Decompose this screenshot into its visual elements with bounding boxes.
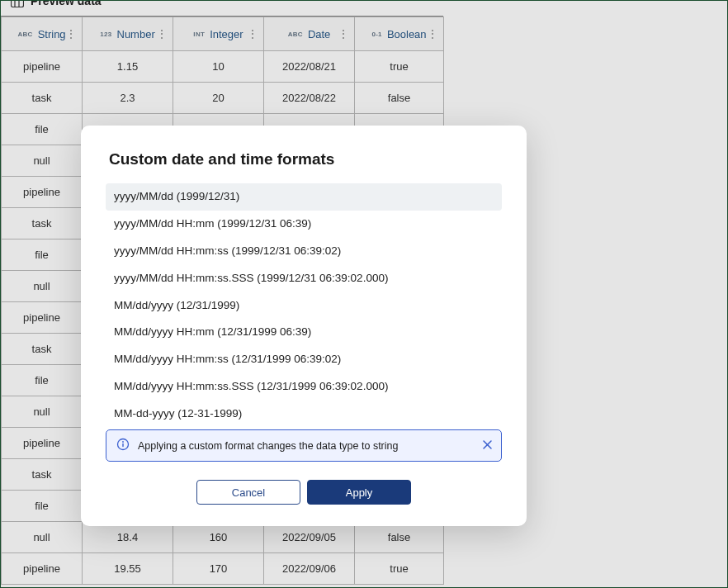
info-banner: Applying a custom format changes the dat… <box>106 429 502 462</box>
column-menu-icon[interactable]: ⋮ <box>156 28 168 40</box>
info-text: Applying a custom format changes the dat… <box>138 440 398 452</box>
table-cell: 20 <box>173 83 264 114</box>
table-cell: pipeline <box>2 51 83 83</box>
format-option[interactable]: yyyy/MM/dd (1999/12/31) <box>106 183 502 211</box>
format-option[interactable]: MM/dd/yyyy HH:mm (12/31/1999 06:39) <box>106 319 502 346</box>
col-label: String <box>38 28 66 40</box>
table-cell: 2022/08/21 <box>264 51 355 83</box>
col-label: Boolean <box>387 28 427 40</box>
col-label: Date <box>308 28 330 40</box>
table-cell: 1.15 <box>83 51 173 83</box>
preview-icon <box>11 0 24 10</box>
table-cell: false <box>355 522 444 553</box>
modal-actions: Cancel Apply <box>106 480 502 505</box>
table-cell: pipeline <box>2 302 83 334</box>
col-header-string[interactable]: ABC String ⋮ <box>2 17 83 51</box>
table-cell: 18.4 <box>83 522 173 553</box>
table-row: null18.41602022/09/05false <box>2 522 444 553</box>
table-cell: 2.3 <box>83 83 173 114</box>
column-menu-icon[interactable]: ⋮ <box>65 28 77 40</box>
column-menu-icon[interactable]: ⋮ <box>247 28 258 40</box>
table-cell: null <box>2 522 83 553</box>
col-label: Number <box>117 28 155 40</box>
table-cell: file <box>2 239 83 271</box>
type-badge: 123 <box>100 31 111 38</box>
page-title: Preview data <box>31 0 102 7</box>
close-icon[interactable] <box>482 439 493 453</box>
table-row: pipeline1.15102022/08/21true <box>2 51 444 83</box>
table-row: task2.3202022/08/22false <box>2 83 444 114</box>
table-cell: null <box>2 145 83 177</box>
cancel-button[interactable]: Cancel <box>196 480 300 505</box>
table-cell: false <box>355 83 444 114</box>
format-list[interactable]: yyyy/MM/dd (1999/12/31)yyyy/MM/dd HH:mm … <box>106 183 502 423</box>
table-cell: 160 <box>173 522 264 553</box>
format-option[interactable]: MM/dd/yyyy (12/31/1999) <box>106 292 502 320</box>
type-badge: 0-1 <box>371 31 381 38</box>
table-cell: 19.55 <box>83 553 173 585</box>
table-cell: true <box>355 553 444 585</box>
format-option[interactable]: yyyy/MM/dd HH:mm (1999/12/31 06:39) <box>106 211 502 238</box>
column-menu-icon[interactable]: ⋮ <box>427 28 438 40</box>
col-header-boolean[interactable]: 0-1 Boolean ⋮ <box>355 17 444 51</box>
type-badge: ABC <box>17 31 32 38</box>
svg-rect-6 <box>122 443 123 448</box>
table-cell: task <box>2 459 83 491</box>
table-cell: task <box>2 83 83 114</box>
type-badge: INT <box>193 31 205 38</box>
type-badge: ABC <box>288 31 303 38</box>
table-cell: task <box>2 208 83 239</box>
table-cell: 2022/09/06 <box>264 553 355 585</box>
format-option[interactable]: yyyy/MM/dd HH:mm:ss.SSS (1999/12/31 06:3… <box>106 265 502 292</box>
table-cell: pipeline <box>2 177 83 208</box>
apply-button[interactable]: Apply <box>307 480 411 505</box>
format-option[interactable]: MM-dd-yyyy (12-31-1999) <box>106 401 502 423</box>
table-cell: task <box>2 334 83 365</box>
col-header-integer[interactable]: INT Integer ⋮ <box>173 17 264 51</box>
format-option[interactable]: yyyy/MM/dd HH:mm:ss (1999/12/31 06:39:02… <box>106 238 502 265</box>
table-cell: 2022/08/22 <box>264 83 355 114</box>
table-cell: true <box>355 51 444 83</box>
table-cell: 10 <box>173 51 264 83</box>
table-row: pipeline19.551702022/09/06true <box>2 553 444 585</box>
table-cell: 2022/09/05 <box>264 522 355 553</box>
column-menu-icon[interactable]: ⋮ <box>338 28 349 40</box>
svg-point-5 <box>122 441 124 443</box>
table-cell: file <box>2 114 83 145</box>
info-icon <box>116 438 130 453</box>
svg-rect-0 <box>12 0 24 7</box>
col-header-number[interactable]: 123 Number ⋮ <box>83 17 173 51</box>
table-cell: null <box>2 396 83 428</box>
table-cell: pipeline <box>2 553 83 585</box>
page-header: Preview data <box>1 1 727 16</box>
table-cell: pipeline <box>2 428 83 459</box>
table-cell: 170 <box>173 553 264 585</box>
table-cell: file <box>2 365 83 396</box>
table-cell: file <box>2 491 83 522</box>
col-header-date[interactable]: ABC Date ⋮ <box>264 17 355 51</box>
custom-format-modal: Custom date and time formats yyyy/MM/dd … <box>81 126 527 526</box>
modal-title: Custom date and time formats <box>106 150 502 168</box>
format-option[interactable]: MM/dd/yyyy HH:mm:ss.SSS (12/31/1999 06:3… <box>106 373 502 401</box>
col-label: Integer <box>210 28 243 40</box>
table-header-row: ABC String ⋮ 123 Number ⋮ INT Integer <box>2 17 444 51</box>
table-cell: null <box>2 271 83 302</box>
format-option[interactable]: MM/dd/yyyy HH:mm:ss (12/31/1999 06:39:02… <box>106 346 502 373</box>
